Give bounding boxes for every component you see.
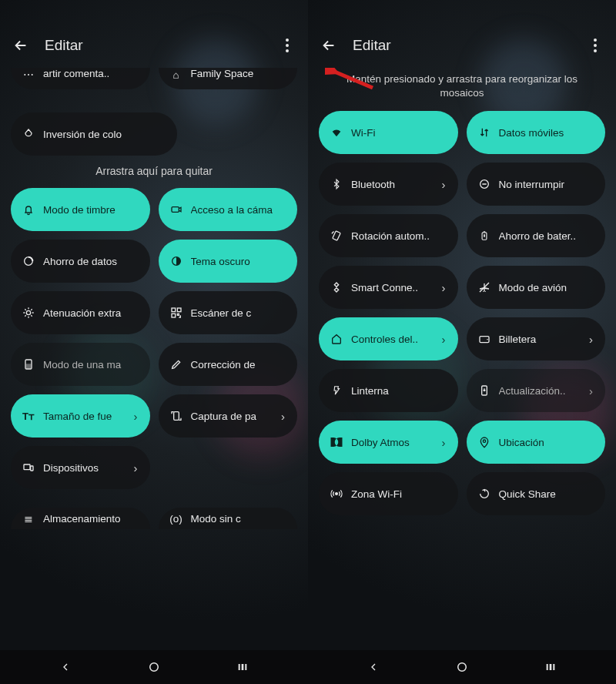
tile-camera[interactable]: Acceso a la cáma bbox=[159, 188, 298, 231]
nav-home-icon[interactable] bbox=[439, 658, 485, 676]
svg-point-24 bbox=[336, 493, 338, 495]
nav-back-icon[interactable] bbox=[42, 658, 89, 676]
tile-location[interactable]: Ubicación bbox=[467, 421, 606, 464]
tile-label: Modo de una ma bbox=[43, 359, 138, 370]
font-icon: Tᴛ bbox=[22, 409, 35, 423]
family-icon: ⌂ bbox=[169, 68, 183, 82]
svg-rect-10 bbox=[24, 464, 30, 470]
nav-recent-icon[interactable] bbox=[527, 658, 574, 676]
tile-label: Ahorro de bater.. bbox=[499, 230, 594, 242]
svg-rect-9 bbox=[173, 412, 179, 421]
tile-color-inversion[interactable]: Inversión de colo bbox=[11, 112, 177, 156]
drag-hint: Mantén presionado y arrastra para reorga… bbox=[334, 72, 590, 100]
svg-rect-27 bbox=[550, 664, 552, 670]
svg-rect-15 bbox=[245, 664, 246, 670]
tile-label: Captura de pa bbox=[191, 411, 271, 422]
tile-label: Controles del.. bbox=[351, 334, 431, 345]
svg-point-3 bbox=[26, 310, 30, 314]
nav-home-icon[interactable] bbox=[131, 658, 177, 676]
back-icon[interactable] bbox=[319, 35, 339, 55]
invert-icon bbox=[22, 127, 35, 141]
tile-label: Zona Wi-Fi bbox=[351, 488, 446, 500]
chevron-right-icon: › bbox=[442, 436, 446, 449]
chevron-right-icon: › bbox=[589, 333, 593, 346]
tile-bluetooth[interactable]: Bluetooth› bbox=[319, 163, 458, 206]
contrast-icon bbox=[169, 254, 183, 268]
tile-home[interactable]: Controles del..› bbox=[319, 317, 458, 360]
tile-contrast[interactable]: Tema oscuro bbox=[159, 240, 298, 283]
tile-flash[interactable]: Linterna bbox=[319, 369, 458, 412]
dim-icon bbox=[22, 306, 35, 320]
tile-label: Wi-Fi bbox=[351, 127, 446, 139]
tile-label: Rotación autom.. bbox=[351, 230, 446, 242]
tile-screenshot[interactable]: Captura de pa› bbox=[159, 394, 298, 438]
nav-bar bbox=[0, 650, 308, 684]
content: Mantén presionado y arrastra para reorga… bbox=[308, 72, 616, 515]
chevron-right-icon: › bbox=[589, 384, 593, 397]
location-icon bbox=[477, 435, 491, 449]
chevron-right-icon: › bbox=[442, 178, 446, 191]
tile-dnd[interactable]: No interrumpir bbox=[467, 163, 606, 206]
nav-recent-icon[interactable] bbox=[219, 658, 266, 676]
tile-update[interactable]: Actualización..› bbox=[467, 369, 606, 412]
tile-devices[interactable]: Dispositivos› bbox=[11, 446, 150, 489]
offline-icon: (o) bbox=[169, 511, 183, 525]
tile-hotspot[interactable]: Zona Wi-Fi bbox=[319, 472, 458, 515]
tile-rotate[interactable]: Rotación autom.. bbox=[319, 214, 458, 257]
tile-airplane[interactable]: Modo de avión bbox=[467, 266, 606, 309]
header: Editar bbox=[308, 23, 616, 68]
tile-partial[interactable]: ⋯ artir comenta.. bbox=[11, 68, 150, 89]
tile-wifi[interactable]: Wi-Fi bbox=[319, 111, 458, 154]
remove-hint: Arrastra aquí para quitar bbox=[11, 165, 297, 177]
tile-partial[interactable]: ⌂ Family Space bbox=[159, 68, 298, 89]
tile-wallet[interactable]: Billetera› bbox=[467, 317, 606, 360]
onehand-icon bbox=[22, 357, 35, 371]
tile-battery[interactable]: Ahorro de bater.. bbox=[467, 214, 606, 257]
screen-right: Editar Mantén presionado y arrastra para… bbox=[308, 0, 616, 684]
tile-dim[interactable]: Atenuación extra bbox=[11, 291, 150, 334]
bell-icon bbox=[22, 203, 35, 216]
menu-icon[interactable] bbox=[277, 35, 297, 55]
tile-storage[interactable]: ≣ Almacenamiento bbox=[11, 508, 150, 529]
tile-swap[interactable]: Datos móviles bbox=[467, 111, 606, 154]
svg-rect-11 bbox=[31, 466, 33, 471]
nav-bar bbox=[308, 650, 616, 684]
tile-pencil[interactable]: Corrección de bbox=[159, 343, 298, 386]
dolby-icon bbox=[330, 435, 343, 449]
airplane-icon bbox=[477, 280, 491, 294]
tile-dolby[interactable]: Dolby Atmos› bbox=[319, 421, 458, 464]
svg-rect-0 bbox=[172, 207, 179, 213]
tile-label: Dolby Atmos bbox=[351, 437, 431, 448]
page-title: Editar bbox=[353, 37, 391, 54]
tile-onehand[interactable]: Modo de una ma bbox=[11, 343, 150, 386]
nav-back-icon[interactable] bbox=[350, 658, 397, 676]
camera-icon bbox=[169, 203, 183, 216]
tile-bell[interactable]: Modo de timbre bbox=[11, 188, 150, 231]
tile-qr[interactable]: Escáner de c bbox=[159, 291, 298, 334]
tile-label: Dispositivos bbox=[43, 462, 123, 474]
svg-rect-28 bbox=[553, 664, 554, 670]
tile-font[interactable]: TᴛTamaño de fue› bbox=[11, 394, 150, 438]
smart-icon bbox=[330, 280, 343, 294]
tile-smart[interactable]: Smart Conne..› bbox=[319, 266, 458, 309]
tile-data-saver[interactable]: Ahorro de datos bbox=[11, 240, 150, 283]
page-title: Editar bbox=[45, 37, 83, 54]
svg-rect-8 bbox=[26, 364, 30, 368]
dots-icon: ⋯ bbox=[22, 68, 35, 82]
svg-point-23 bbox=[483, 440, 485, 442]
tile-label: Quick Share bbox=[499, 488, 594, 500]
devices-icon bbox=[22, 461, 35, 474]
battery-icon bbox=[477, 229, 491, 243]
chevron-right-icon: › bbox=[442, 333, 446, 346]
tile-label: Escáner de c bbox=[191, 307, 286, 319]
back-icon[interactable] bbox=[11, 35, 31, 55]
tile-label: Ahorro de datos bbox=[43, 256, 138, 267]
tile-label: Datos móviles bbox=[499, 127, 594, 139]
data-saver-icon bbox=[22, 254, 35, 268]
tile-label: Tema oscuro bbox=[191, 256, 286, 267]
tile-share[interactable]: Quick Share bbox=[467, 472, 606, 515]
tile-offline[interactable]: (o) Modo sin c bbox=[159, 508, 298, 529]
menu-icon[interactable] bbox=[585, 35, 605, 55]
pencil-icon bbox=[169, 357, 183, 371]
screen-left: Editar ⋯ artir comenta.. ⌂ Family Space … bbox=[0, 0, 308, 684]
